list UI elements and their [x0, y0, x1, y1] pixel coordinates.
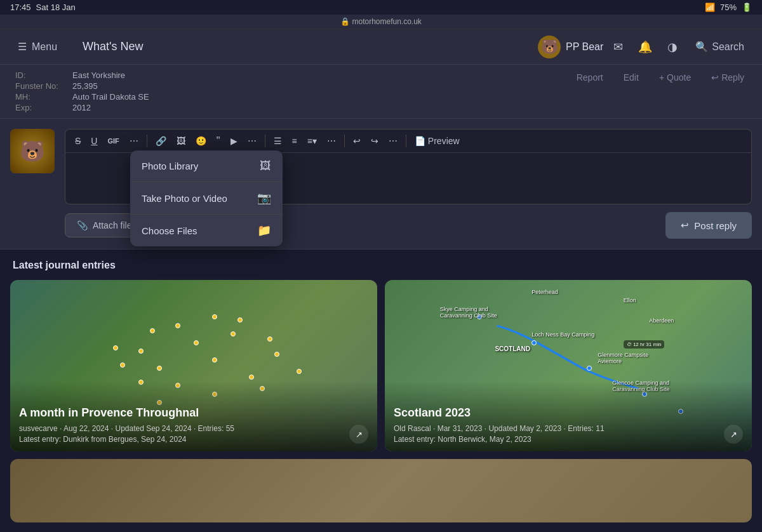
lock-icon: 🔒	[340, 17, 350, 26]
map-pin	[175, 323, 180, 328]
journal-card-wide[interactable]	[10, 459, 752, 522]
reply-label: Reply	[721, 72, 744, 83]
post-reply-button[interactable]: ↩ Post reply	[665, 212, 752, 239]
link-button[interactable]: 🔗	[151, 134, 171, 148]
map-pin	[237, 317, 243, 323]
toolbar-divider-4	[406, 135, 406, 147]
take-photo-label: Take Photo or Video	[142, 193, 227, 204]
map-pin	[274, 352, 279, 357]
emoji-button[interactable]: 🙂	[191, 134, 211, 148]
scotland-latest: Latest entry: North Berwick, May 2, 2023	[394, 434, 605, 445]
whats-new-button[interactable]: What's New	[75, 35, 150, 58]
unordered-list-button[interactable]: ☰	[269, 134, 286, 148]
strikethrough-button[interactable]: S	[70, 134, 85, 148]
image-button[interactable]: 🖼	[172, 134, 190, 148]
username: PP Bear	[566, 41, 603, 53]
provence-date: Aug 22, 2024	[64, 424, 109, 433]
wifi-icon: 📶	[705, 3, 715, 12]
editor-toolbar: S U GIF ⋯ 🔗 🖼 🙂 " ▶ ⋯ ☰ ≡ ≡▾ ⋯	[65, 130, 751, 153]
paperclip-icon: 📎	[77, 220, 88, 230]
photo-library-item[interactable]: Photo Library 🖼	[130, 150, 283, 182]
toolbar-divider-1	[147, 135, 147, 147]
provence-title: A month in Provence Throughnal	[19, 406, 368, 420]
map-label-scotland: SCOTLAND	[495, 345, 530, 352]
provence-overlay: A month in Provence Throughnal susvecarv…	[10, 381, 377, 451]
journal-card-scotland[interactable]: Skye Camping andCaravanning Club Site Lo…	[385, 280, 752, 451]
battery-level: 75%	[720, 3, 737, 12]
provence-updated: Updated Sep 24, 2024	[115, 424, 191, 433]
preview-icon: 📄	[415, 136, 425, 145]
map-label-skye: Skye Camping andCaravanning Club Site	[440, 306, 497, 319]
post-reply-label: Post reply	[694, 220, 737, 231]
mh-value: Auto Trail Dakota SE	[70, 91, 152, 102]
more-history-button[interactable]: ⋯	[384, 134, 402, 148]
url-bar[interactable]: 🔒 motorhomefun.co.uk	[0, 15, 762, 29]
provence-meta: susvecarve · Aug 22, 2024 · Updated Sep …	[19, 423, 368, 445]
preview-button[interactable]: 📄 Preview	[410, 134, 464, 148]
nav-left: ☰ Menu What's New	[10, 35, 151, 58]
edit-button[interactable]: Edit	[618, 70, 644, 85]
theme-toggle-button[interactable]: ◑	[662, 35, 683, 59]
more-list-button[interactable]: ⋯	[323, 134, 340, 148]
menu-label: Menu	[32, 41, 57, 53]
journal-bottom-row	[10, 459, 752, 522]
more-format-button[interactable]: ⋯	[125, 134, 143, 148]
ordered-list-button[interactable]: ≡	[288, 134, 302, 148]
toolbar-divider-2	[265, 135, 265, 147]
choose-files-item[interactable]: Choose Files 📁	[130, 215, 283, 246]
provence-latest: Latest entry: Dunkirk from Bergues, Sep …	[19, 434, 234, 445]
provence-author: susvecarve	[19, 424, 58, 433]
funster-label: Funster No:	[13, 81, 70, 91]
profile-section: ID: East Yorkshire Funster No: 25,395 MH…	[0, 65, 762, 119]
scotland-overlay: Scotland 2023 Old Rascal · Mar 31, 2023 …	[385, 381, 752, 451]
avatar[interactable]: 🐻	[538, 36, 561, 58]
editor-main: S U GIF ⋯ 🔗 🖼 🙂 " ▶ ⋯ ☰ ≡ ≡▾ ⋯	[65, 129, 752, 239]
map-pin	[150, 328, 155, 333]
mail-icon: ✉	[613, 41, 623, 53]
nav-right: 🐻 PP Bear ✉ 🔔 ◑ 🔍 Search	[538, 35, 752, 59]
take-photo-item[interactable]: Take Photo or Video 📷	[130, 182, 283, 215]
scotland-entries: Entries: 11	[568, 424, 604, 433]
date: Sat 18 Jan	[36, 3, 76, 12]
map-pin	[297, 369, 302, 374]
scotland-title: Scotland 2023	[394, 406, 743, 420]
map-label-glenmore: Glenmore CampsiteAviemore	[598, 352, 648, 364]
provence-meta-text: susvecarve · Aug 22, 2024 · Updated Sep …	[19, 423, 234, 445]
location-value: East Yorkshire	[70, 70, 152, 81]
url-text: motorhomefun.co.uk	[352, 17, 421, 26]
more-insert-button[interactable]: ⋯	[243, 134, 261, 148]
reply-button[interactable]: ↩ Reply	[706, 70, 749, 85]
blockquote-button[interactable]: "	[212, 133, 225, 149]
menu-button[interactable]: ☰ Menu	[10, 36, 65, 58]
undo-button[interactable]: ↩	[349, 134, 365, 148]
journal-card-provence[interactable]: A month in Provence Throughnal susvecarv…	[10, 280, 377, 451]
bell-icon: 🔔	[638, 41, 652, 53]
folder-icon: 📁	[257, 223, 271, 237]
editor-with-avatar: 🐻 S U GIF ⋯ 🔗 🖼 🙂 " ▶ ⋯ ☰	[10, 129, 752, 239]
exp-label: Exp:	[13, 102, 70, 113]
report-label: Report	[577, 72, 603, 83]
whats-new-label: What's New	[83, 40, 143, 53]
map-pin	[157, 366, 162, 371]
provence-share-button[interactable]: ↗	[349, 425, 368, 444]
align-button[interactable]: ≡▾	[303, 134, 321, 148]
scotland-share-button[interactable]: ↗	[724, 425, 743, 444]
map-pin	[113, 345, 118, 350]
journal-section-title: Latest journal entries	[10, 260, 752, 271]
underline-button[interactable]: U	[86, 134, 102, 148]
video-button[interactable]: ▶	[226, 134, 242, 148]
mail-button[interactable]: ✉	[608, 35, 628, 59]
notifications-button[interactable]: 🔔	[633, 35, 657, 59]
camera-icon: 📷	[257, 191, 271, 205]
map-label-aberdeen: Aberdeen	[649, 317, 674, 324]
gif-button[interactable]: GIF	[103, 135, 123, 147]
map-label-lochness: Loch Ness Bay Camping	[531, 331, 594, 338]
photo-library-icon: 🖼	[260, 159, 271, 173]
edit-label: Edit	[624, 72, 639, 83]
quote-button[interactable]: + Quote	[654, 70, 696, 85]
report-button[interactable]: Report	[572, 70, 608, 85]
funster-value: 25,395	[70, 81, 152, 91]
search-button[interactable]: 🔍 Search	[688, 36, 752, 58]
search-icon: 🔍	[695, 41, 708, 53]
redo-button[interactable]: ↪	[366, 134, 383, 148]
